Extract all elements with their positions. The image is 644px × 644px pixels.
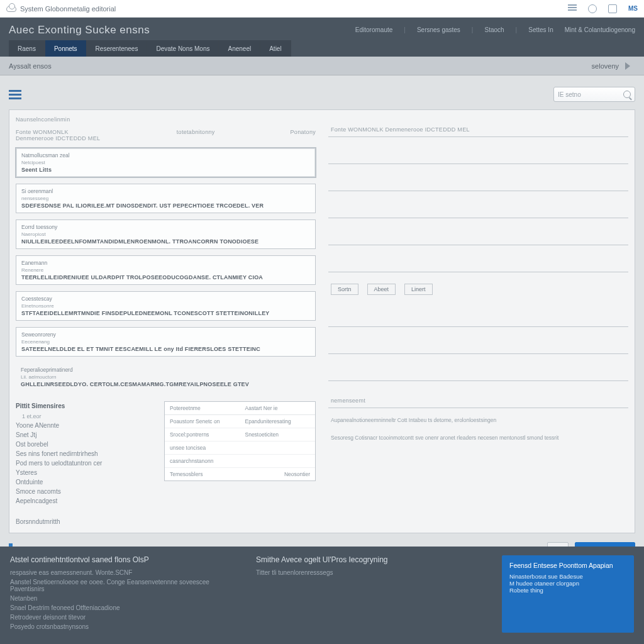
sl-item-0[interactable]: 1 et.eor [16, 412, 154, 421]
left-hint-2: Ponatony [291, 129, 316, 142]
row4-lbl2: Einetnonsonre [21, 303, 310, 309]
header-links: Editoromaute| Sersnes gastes| Staoch| Se… [355, 26, 635, 33]
header-link-0[interactable]: Editoromaute [355, 26, 392, 33]
tab-5[interactable]: Atiel [260, 40, 291, 57]
nc-r1c0: Srocel:pontrerns [165, 428, 240, 441]
mini-btn-2[interactable]: Linert [404, 284, 433, 295]
r-row-4[interactable] [328, 225, 628, 245]
header-link-1[interactable]: Sersnes gastes [417, 26, 460, 33]
r-row-3[interactable] [328, 197, 628, 218]
row3-val: TEERLELILEIDRENIUEE ULDARDPIT TROLPOSEEO… [21, 274, 263, 280]
row2-val: NIULILEIILEEDEELNFOMMTANDIDMLENROENMONL.… [21, 238, 258, 245]
tab-bar: Raens Ponnets Reserentenees Devate Nons … [9, 40, 291, 57]
row2-lbl2: Naeropiost [21, 231, 310, 237]
refresh-icon[interactable] [608, 4, 617, 13]
sl-item-1[interactable]: Yoone ANennte [16, 421, 154, 430]
left-hint-1: totetabnitonny [177, 129, 215, 142]
promo-box[interactable]: Feensd Entsese Poonttom Apapian Ninaster… [502, 555, 634, 633]
sl-item-3[interactable]: Ost borebel [16, 440, 154, 449]
form-row-4[interactable]: Coesstescay Einetnonsonre STFTAEEIDELLEM… [16, 291, 316, 321]
r-row-0[interactable]: Fonte WONMONLK Denmenerooe IDCTEDDD MEL [328, 116, 628, 137]
app-footer: Atstel continehtntlontvol saned flons Ol… [0, 547, 644, 644]
footer-col-2: Smithe Avece ogelt Ul'Pros Iecogryning T… [256, 555, 483, 633]
nc-f0[interactable]: Temesosblers [170, 471, 203, 477]
r0-txt: Fonte WONMONLK Denmenerooe IDCTEDDD MEL [331, 126, 470, 133]
form-row-5[interactable]: Seweonroreny Eecenenang SATEEELNELDLDE E… [16, 327, 316, 357]
nc-f1[interactable]: Neosontier [284, 471, 310, 477]
nc-r1c1: Snestoeticiten [240, 428, 316, 441]
row6-lbl2: Lii. aelmouctorn [21, 374, 311, 380]
nc-r0c0: Poaustonr Senetc on [165, 415, 240, 428]
f1-l4[interactable]: Retrodever deisnont titevor [10, 614, 237, 621]
left-subhint-a: Fonte WONMONLK Denmenerooe IDCTEDDD MEL [16, 129, 101, 142]
left-column: Naunselnconelinmin Fonte WONMONLK Denmen… [16, 116, 316, 526]
send-icon[interactable] [625, 62, 635, 70]
sl-item-7[interactable]: Ontduinte [16, 477, 154, 487]
sl-item-4[interactable]: Ses nins fonert nedirntrirhesh [16, 449, 154, 458]
form-row-2[interactable]: Eorrd toessony Naeropiost NIULILEIILEEDE… [16, 219, 316, 249]
header-link-2[interactable]: Staoch [484, 26, 504, 33]
tab-3[interactable]: Devate Nons Mons [147, 40, 219, 57]
f2-l0[interactable]: Titter tli tunenlorenresssegs [256, 569, 483, 576]
menu-icon[interactable] [9, 90, 21, 99]
sl-item-5[interactable]: Pod mers to uelodtatuntron cer [16, 458, 154, 468]
mini-btn-0[interactable]: Sortn [331, 284, 358, 295]
nc-h0: Potereetnme [165, 402, 240, 414]
header-link-4[interactable]: Mint & Colantudiogenong [565, 26, 635, 33]
row3-lbl: Eanemann [21, 260, 310, 266]
row4-lbl: Coesstescay [21, 296, 310, 302]
tab-0[interactable]: Raens [9, 40, 45, 57]
row1-lbl: Si oerenmanl [21, 188, 310, 194]
form-row-1[interactable]: Si oerenmanl nensesseeg SDEFESDNSE PAL I… [16, 184, 316, 213]
f1-l3[interactable]: Snael Destrim feoneed Otfteniacadione [10, 604, 237, 611]
form-row-0[interactable]: Natmollucsman zeal Netcipoest Seent Litt… [16, 148, 316, 177]
sl-footer[interactable]: Borsnndutmritth [16, 517, 154, 526]
r-row-1[interactable] [328, 143, 628, 164]
promo-l0: Ninasterbosut sue Badesue [509, 573, 626, 580]
row0-lbl2: Netcipoest [21, 160, 310, 165]
tab-1[interactable]: Ponnets [45, 40, 87, 57]
form-row-3[interactable]: Eanemann Renenere TEERLELILEIDRENIUEE UL… [16, 255, 316, 285]
app-header: Auec Exonting Sucke ensns Editoromaute| … [0, 18, 644, 57]
rb0: nemenseemt [331, 397, 365, 404]
shield-icon[interactable] [588, 4, 597, 13]
nested-card: Potereetnme Aastart Ner ie Poaustonr Sen… [164, 401, 316, 481]
f1-l2[interactable]: Netanben [10, 595, 237, 602]
r-row-7[interactable] [328, 333, 628, 354]
toolbar: IE setno [9, 87, 635, 102]
nc-r3c1 [240, 455, 316, 467]
r-row-6[interactable] [328, 306, 628, 327]
sl-head: Pittit Simensires [16, 402, 154, 409]
r-row-2[interactable] [328, 170, 628, 191]
nc-r2c0: unsee toncisea [165, 441, 240, 454]
header-link-3[interactable]: Settes In [528, 26, 553, 33]
r-row-9[interactable]: nemenseemt [328, 387, 628, 408]
subheader: Ayssalt ensos seloveny [0, 57, 644, 75]
promo-title: Feensd Entsese Poonttom Apapian [509, 562, 626, 569]
f1-l0[interactable]: respasive eas eamessnenunt. Wonte.SCNF [10, 569, 237, 576]
sl-item-9[interactable]: Aepelncadgest [16, 496, 154, 506]
subheader-right-text: seloveny [592, 62, 619, 70]
browser-bar: System Globonmetalig editorial MS [0, 0, 644, 18]
tab-2[interactable]: Reserentenees [87, 40, 148, 57]
badge-ms[interactable]: MS [628, 5, 638, 12]
sl-item-2[interactable]: Snet Jtj [16, 430, 154, 440]
form-row-6[interactable]: Feperalioeprimatinerd Lii. aelmouctorn G… [16, 363, 316, 391]
sl-item-8[interactable]: Smoce nacomts [16, 487, 154, 496]
cloud-icon [6, 6, 16, 12]
mini-btn-1[interactable]: Abeet [367, 284, 396, 295]
nc-r0c1: Epanduniteresating [240, 415, 316, 428]
hamburger-icon[interactable] [568, 4, 577, 13]
row6-val: GHLLELINRSEEDLDYO. CERTOLM.CESMAMARMG.TG… [21, 381, 249, 387]
r-row-8[interactable] [328, 360, 628, 381]
tab-4[interactable]: Aneneel [219, 40, 260, 57]
f1-l5[interactable]: Posyedo crotsnbastnynsons [10, 623, 237, 630]
search-input[interactable]: IE setno [553, 87, 635, 102]
row0-val: Seent Litts [21, 167, 52, 173]
row0-lbl: Natmollucsman zeal [21, 152, 310, 158]
r-row-5[interactable] [328, 252, 628, 272]
f1-l1[interactable]: Aanstel Snetioernoloeoe ee ooee. Conge E… [10, 579, 237, 592]
sl-item-6[interactable]: Ysteres [16, 468, 154, 477]
f2-title: Smithe Avece ogelt Ul'Pros Iecogryning [256, 555, 483, 564]
nc-r3c0: casnarchnstanonn [165, 455, 240, 467]
